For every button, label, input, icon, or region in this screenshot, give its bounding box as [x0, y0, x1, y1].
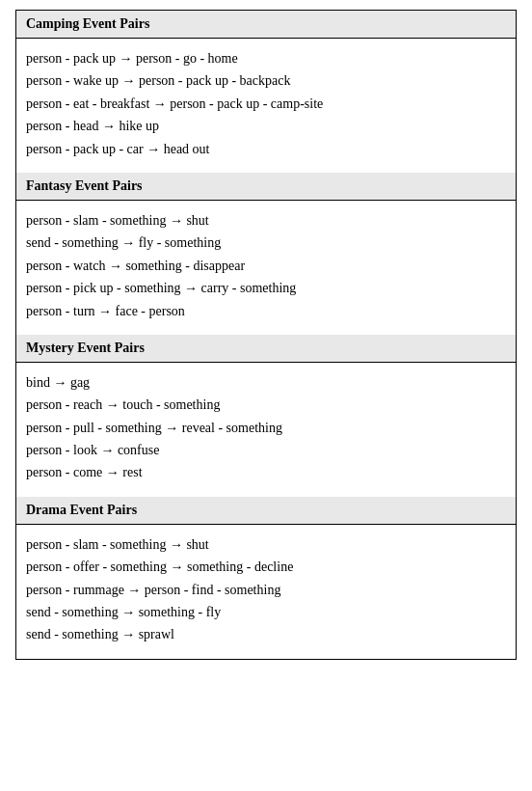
event-line-mystery-0: bind → gag	[26, 372, 506, 394]
event-line-camping-0: person - pack up → person - go - home	[26, 48, 506, 69]
section-header-drama: Drama Event Pairs	[16, 497, 517, 525]
event-line-mystery-1: person - reach → touch - something	[26, 395, 506, 416]
section-header-camping: Camping Event Pairs	[16, 11, 517, 39]
event-line-camping-2: person - eat - breakfast → person - pack…	[26, 94, 506, 115]
event-line-fantasy-2: person - watch → something - disappear	[26, 256, 506, 277]
event-line-camping-3: person - head → hike up	[26, 116, 506, 137]
event-line-fantasy-4: person - turn → face - person	[26, 301, 506, 322]
event-line-fantasy-0: person - slam - something → shut	[26, 210, 506, 232]
section-header-fantasy: Fantasy Event Pairs	[16, 173, 517, 201]
event-line-mystery-3: person - look → confuse	[26, 440, 506, 461]
event-line-camping-4: person - pack up - car → head out	[26, 139, 506, 160]
event-line-mystery-2: person - pull - something → reveal - som…	[26, 418, 506, 439]
event-line-drama-3: send - something → something - fly	[26, 602, 506, 623]
event-pairs-table: Camping Event Pairsperson - pack up → pe…	[15, 10, 517, 660]
event-line-fantasy-3: person - pick up - something → carry - s…	[26, 278, 506, 299]
section-header-mystery: Mystery Event Pairs	[16, 335, 517, 363]
event-line-mystery-4: person - come → rest	[26, 462, 506, 483]
event-line-drama-1: person - offer - something → something -…	[26, 557, 506, 578]
section-content-mystery: bind → gagperson - reach → touch - somet…	[16, 362, 517, 496]
event-line-fantasy-1: send - something → fly - something	[26, 232, 506, 254]
section-content-drama: person - slam - something → shutperson -…	[16, 524, 517, 659]
event-line-drama-4: send - something → sprawl	[26, 624, 506, 645]
event-line-drama-0: person - slam - something → shut	[26, 534, 506, 556]
section-content-camping: person - pack up → person - go - homeper…	[16, 39, 517, 173]
event-line-drama-2: person - rummage → person - find - somet…	[26, 580, 506, 601]
section-content-fantasy: person - slam - something → shutsend - s…	[16, 200, 517, 334]
event-line-camping-1: person - wake up → person - pack up - ba…	[26, 70, 506, 92]
